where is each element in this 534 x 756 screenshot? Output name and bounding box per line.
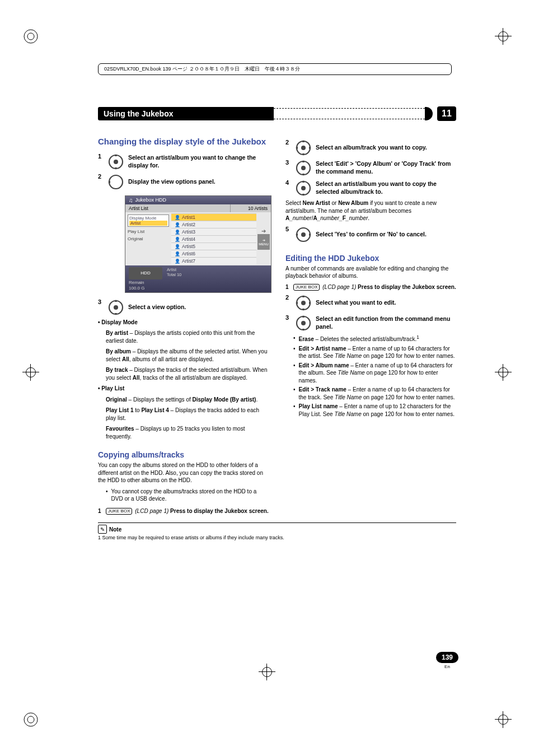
footer-text: Artist: [167, 267, 181, 272]
section-heading: Changing the display style of the Jukebo…: [98, 137, 269, 147]
option-group-label: • Display Mode: [98, 319, 269, 326]
bullet-item: • Erase – Deletes the selected artist/al…: [285, 334, 456, 343]
paragraph: A number of commands are available for e…: [285, 265, 456, 280]
jb-side-option: Play List: [128, 229, 169, 234]
option-description: Play List 1 to Play List 4 – Displays th…: [98, 407, 269, 422]
step-instruction: Select an artist/album you want to copy …: [316, 180, 456, 195]
svg-point-25: [301, 186, 306, 190]
jb-side-option: Display Mode Artist: [128, 214, 169, 227]
dpad-select-icon: [294, 179, 312, 197]
step-number: 4: [285, 179, 291, 186]
section-heading: Editing the HDD Jukebox: [285, 254, 456, 263]
menu-icon: ➔MENU: [257, 234, 270, 250]
dpad-select-icon: [294, 294, 312, 312]
step-instruction: Select an album/track you want to copy.: [316, 144, 427, 152]
header-decoration: [425, 107, 433, 120]
crop-mark-icon: [495, 711, 512, 728]
crop-mark-icon: [22, 364, 39, 381]
svg-point-0: [24, 30, 38, 43]
step-instruction: Select 'Yes' to confirm or 'No' to cance…: [316, 231, 427, 239]
step-instruction: Select an artist/album you want to chang…: [128, 154, 269, 169]
step-instruction: Select 'Edit' > 'Copy Album' or 'Copy Tr…: [316, 160, 456, 175]
crop-mark-icon: [495, 28, 512, 45]
bullet-item: • You cannot copy the albums/tracks stor…: [98, 488, 269, 503]
step-number: 5: [285, 226, 291, 232]
svg-point-39: [301, 321, 306, 325]
step-instruction: 1 JUKE BOX (LCD page 1) Press to display…: [98, 507, 269, 515]
note-label: ✎ Note: [98, 525, 456, 534]
svg-point-11: [114, 305, 118, 310]
option-description: By artist – Displays the artists copied …: [98, 329, 269, 344]
paragraph: Select New Artist or New Album if you wa…: [285, 199, 456, 222]
option-description: By track – Displays the tracks of the se…: [98, 366, 269, 381]
svg-point-2: [24, 713, 38, 726]
bullet-item: • Play List name – Enter a name of up to…: [285, 403, 456, 418]
page-title: Using the Jukebox: [98, 107, 274, 120]
section-heading: Copying albums/tracks: [98, 450, 269, 459]
step-number: 3: [285, 159, 291, 166]
crop-mark-icon: [22, 28, 39, 45]
option-group-label: • Play List: [98, 385, 269, 393]
svg-point-8: [109, 175, 123, 189]
svg-point-5: [114, 160, 118, 164]
list-item: Artist1: [171, 213, 256, 221]
bullet-item: • Edit > Album name – Enter a name of up…: [285, 362, 456, 385]
source-file-banner: 02SDVRLX70D_EN.book 139 ページ ２００８年１０月９日 木…: [98, 63, 452, 75]
dpad-select-icon: [294, 139, 312, 157]
divider: [98, 522, 456, 523]
chapter-number: 11: [437, 106, 456, 121]
step-number: 2: [285, 139, 291, 146]
bullet-item: • Edit > Track name – Enter a name of up…: [285, 386, 456, 401]
footer-text: Total 10: [167, 272, 181, 277]
jukebox-key-icon: JUKE BOX: [106, 508, 133, 515]
list-item: Artist7: [171, 257, 256, 264]
header-decoration: [274, 108, 425, 119]
note-icon: ✎: [98, 525, 107, 534]
dpad-select-icon: [294, 159, 312, 177]
svg-point-21: [301, 166, 306, 170]
hdd-badge: HDD: [129, 267, 162, 279]
step-number: 3: [98, 298, 104, 305]
bullet-item: • Edit > Artist name – Enter a name of u…: [285, 345, 456, 360]
jb-side-option: Original: [128, 236, 169, 241]
page-header: Using the Jukebox 11: [98, 106, 456, 121]
page-number: 139 En: [436, 652, 458, 669]
step-number: 2: [285, 294, 291, 301]
dpad-left-icon: [107, 173, 125, 191]
crop-mark-icon: [22, 711, 39, 728]
remain-value: 100.0 G: [129, 286, 162, 291]
svg-point-33: [301, 301, 306, 305]
paragraph: You can copy the albums stored on the HD…: [98, 461, 269, 484]
jukebox-screenshot: Jukebox HDD Artist List 10 Artists Displ…: [125, 195, 271, 293]
crop-mark-icon: [259, 664, 275, 680]
option-description: Favourites – Displays up to 25 tracks yo…: [98, 425, 269, 440]
list-item: Artist4: [171, 235, 256, 242]
list-item: Artist3: [171, 228, 256, 235]
step-instruction: Display the view options panel.: [128, 178, 216, 186]
step-instruction: 1 JUKE BOX (LCD page 1) Press to display…: [285, 283, 456, 291]
arrow-right-icon: ➔: [261, 228, 266, 234]
jukebox-key-icon: JUKE BOX: [293, 284, 320, 291]
jb-artist-list: Artist1 Artist2 Artist3 Artist4 Artist5 …: [171, 212, 256, 265]
svg-point-3: [27, 716, 34, 723]
step-number: 3: [285, 314, 291, 321]
list-item: Artist6: [171, 250, 256, 257]
step-instruction: Select what you want to edit.: [316, 299, 396, 307]
jb-list-title: Artist List: [125, 204, 231, 212]
footnote: 1 Some time may be required to erase art…: [98, 535, 456, 540]
remain-label: Remain: [129, 280, 162, 285]
step-number: 2: [98, 173, 104, 180]
step-instruction: Select an edit function from the command…: [316, 315, 456, 330]
svg-point-29: [301, 232, 306, 237]
svg-point-1: [27, 33, 34, 40]
svg-point-15: [301, 146, 306, 150]
jb-count: 10 Artists: [231, 204, 271, 212]
list-item: Artist2: [171, 221, 256, 228]
crop-mark-icon: [495, 364, 512, 381]
dpad-select-icon: [294, 314, 312, 332]
step-number: 1: [98, 153, 104, 160]
dpad-select-icon: [107, 298, 125, 316]
dpad-left-right-icon: [294, 226, 312, 244]
dpad-select-icon: [107, 153, 125, 171]
option-description: Original – Displays the settings of Disp…: [98, 396, 269, 404]
